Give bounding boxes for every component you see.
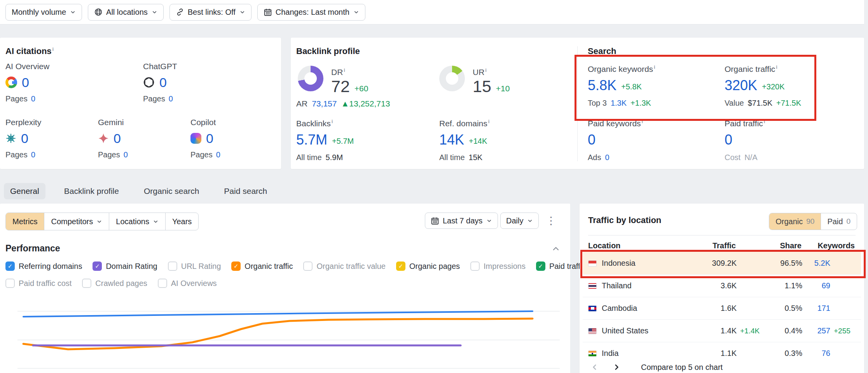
share-value: 0.3% [767,349,802,358]
metric-checkbox-url-rating[interactable]: URL Rating [168,261,221,271]
chevron-down-icon [70,9,76,15]
toolbar-filter-monthly-volume[interactable]: Monthly volume [5,4,82,21]
section-tabs: General Backlink profile Organic search … [4,183,273,199]
flag-indonesia-icon [588,260,597,267]
organic-keywords-value[interactable]: 5.8K [588,78,617,92]
col-location[interactable]: Location [588,241,690,250]
next-page-chevron-icon[interactable] [610,361,623,373]
ai-item-name: Gemini [98,118,187,127]
info-icon[interactable]: i [654,64,655,70]
ads-value-link[interactable]: 0 [605,153,609,162]
dr-label: DRi [331,67,345,77]
ur-value-row: 15 +10 [473,78,510,95]
info-icon[interactable]: i [776,64,777,70]
backlinks-delta: +5.7M [332,137,354,147]
keywords-value-link[interactable]: 76 [802,349,830,358]
info-icon[interactable]: i [52,46,54,52]
backlinks-label: Backlinksi [296,119,432,128]
toolbar-filter-all-locations[interactable]: All locations [88,4,164,21]
ref-domains-value[interactable]: 14K [439,133,464,147]
segment-metrics[interactable]: Metrics [6,213,44,230]
info-icon[interactable]: i [642,119,643,124]
ar-line: AR 73,157 ▲13,252,713 [296,99,390,108]
tab-general[interactable]: General [4,183,45,199]
domain-overview-page: Monthly volumeAll locationsBest links: O… [0,0,868,373]
traffic-row-cambodia[interactable]: Cambodia1.6K0.5%171 [583,297,861,319]
flag-cambodia-icon [588,305,597,312]
info-icon[interactable]: i [332,119,333,124]
ai-item-value[interactable]: 0 [206,131,213,146]
ur-label: URi [473,67,487,77]
date-range-button[interactable]: Last 7 days [425,213,498,229]
flag-thailand-icon [588,283,597,289]
metric-checkbox-crawled-pages[interactable]: Crawled pages [82,279,147,288]
segment-locations[interactable]: Locations [109,213,166,230]
metric-checkbox-organic-pages[interactable]: ✓Organic pages [396,261,460,271]
pages-value-link[interactable]: 0 [216,150,220,159]
col-share[interactable]: Share [766,241,802,250]
share-value: 0.5% [767,304,802,313]
pages-value-link[interactable]: 0 [31,150,35,159]
traffic-value: 1.4K [691,326,737,335]
metric-checkbox-domain-rating[interactable]: ✓Domain Rating [93,261,157,271]
top3-value-link[interactable]: 1.3K [611,99,627,108]
info-icon[interactable]: i [488,119,490,124]
ai-item-value[interactable]: 0 [22,75,29,90]
metric-checkbox-referring-domains[interactable]: ✓Referring domains [5,261,82,271]
location-cell: Thailand [588,281,691,290]
collapse-chevron-up-icon[interactable] [552,245,560,254]
ar-value-link[interactable]: 73,157 [312,99,337,108]
pages-value-link[interactable]: 0 [169,94,173,103]
ai-item-value[interactable]: 0 [159,75,167,90]
segment-years[interactable]: Years [166,213,198,230]
paid-keywords-value[interactable]: 0 [588,133,596,147]
ai-item-ai-overview: AI Overview0Pages0 [5,62,95,103]
keywords-value-link[interactable]: 5.2K [802,259,830,268]
granularity-button[interactable]: Daily [500,213,539,229]
location-name: India [602,349,618,358]
kebab-menu-icon[interactable]: ⋮ [546,214,556,227]
col-traffic[interactable]: Traffic [690,241,736,250]
col-keywords[interactable]: Keywords [802,241,856,250]
metric-checkbox-organic-traffic[interactable]: ✓Organic traffic [231,261,293,271]
checkbox-unchecked [168,261,177,271]
info-icon[interactable]: i [764,119,765,124]
metric-checkbox-ai-overviews[interactable]: AI Overviews [158,279,217,288]
paid-traffic-value[interactable]: 0 [725,133,732,147]
metric-checkbox-impressions[interactable]: Impressions [470,261,526,271]
toggle-paid[interactable]: Paid0 [821,213,857,230]
keywords-value-link[interactable]: 171 [802,304,830,313]
globe-icon [94,8,103,16]
segment-competitors[interactable]: Competitors [44,213,109,230]
toolbar-filter-best-links-off[interactable]: Best links: Off [169,4,251,21]
keywords-value-link[interactable]: 69 [802,281,830,290]
metric-checkbox-paid-traffic[interactable]: ✓Paid traffic [536,261,586,271]
metric-checkbox-paid-traffic-cost[interactable]: Paid traffic cost [5,279,72,288]
location-name: Cambodia [602,304,637,313]
info-icon[interactable]: i [344,67,345,73]
pages-value-link[interactable]: 0 [124,150,128,159]
tab-organic-search[interactable]: Organic search [138,183,205,199]
organic-traffic-sub: Value $71.5K +71.5K [725,99,861,108]
ai-item-value[interactable]: 0 [114,131,121,146]
info-icon[interactable]: i [485,67,487,73]
toggle-organic[interactable]: Organic90 [769,213,821,230]
tab-backlink-profile[interactable]: Backlink profile [58,183,125,199]
metric-checkbox-organic-traffic-value[interactable]: Organic traffic value [303,261,386,271]
organic-traffic-value[interactable]: 320K [725,78,757,92]
prev-page-chevron-icon[interactable] [588,361,601,373]
traffic-row-indonesia[interactable]: Indonesia309.2K96.5%5.2K [583,252,861,274]
tab-paid-search[interactable]: Paid search [218,183,273,199]
performance-line-chart [17,302,560,373]
backlinks-value[interactable]: 5.7M [296,133,327,147]
pages-value-link[interactable]: 0 [31,94,35,103]
link-icon [176,8,184,16]
ai-item-value[interactable]: 0 [21,131,28,146]
ai-item-value-row: 0 [98,131,187,145]
compare-top5-link[interactable]: Compare top 5 on chart [641,363,723,372]
toolbar-filter-changes-last-month[interactable]: Changes: Last month [257,4,365,21]
traffic-row-united-states[interactable]: United States1.4K+1.4K0.4%257+255 [583,319,861,342]
ai-item-value-row: 0 [190,131,280,145]
keywords-value-link[interactable]: 257 [802,326,830,335]
traffic-row-thailand[interactable]: Thailand3.6K1.1%69 [583,274,861,297]
